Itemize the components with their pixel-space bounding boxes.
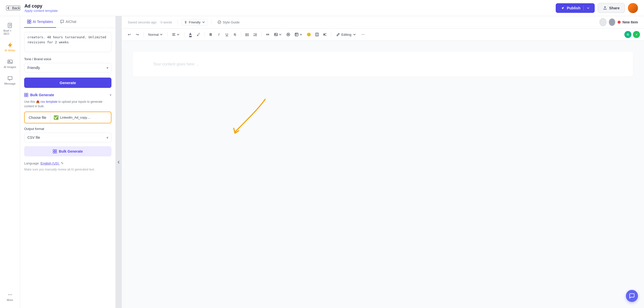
pencil-icon [336, 33, 340, 36]
underline-button[interactable]: U [223, 31, 230, 38]
sidebar-item-ai-images[interactable]: AI Images [2, 56, 19, 71]
csv-template-link[interactable]: 📥 csv template [36, 100, 58, 104]
svg-point-4 [10, 294, 10, 295]
strikethrough-button[interactable]: S [231, 31, 238, 38]
share-button[interactable]: Share [598, 3, 625, 13]
edit-language-icon[interactable]: ✎ [61, 161, 64, 165]
editing-label: Editing [341, 33, 351, 37]
bullet-list-button[interactable] [244, 31, 251, 38]
grammarly-icon-2[interactable]: ✓ [633, 31, 640, 38]
redo-button[interactable]: ↪ [134, 31, 141, 38]
svg-point-5 [11, 294, 12, 295]
svg-rect-10 [24, 93, 26, 95]
sidebar-item-ai-writer[interactable]: AI Writer [2, 40, 19, 54]
avatar[interactable] [628, 3, 638, 13]
bold-button[interactable]: B [207, 31, 214, 38]
link-icon [266, 33, 269, 36]
panel-content: creators. 48 hours turnaround. Unlimited… [20, 28, 115, 308]
microphone-icon: 🎙 [184, 20, 187, 24]
svg-rect-7 [29, 20, 31, 21]
text-color-button[interactable]: A [187, 31, 194, 38]
editor-topbar: Saved seconds ago 0 words 🎙 Friendly [122, 16, 644, 28]
toolbar-divider-2 [167, 32, 168, 37]
columns-icon [315, 33, 319, 36]
undo-button[interactable]: ↩ [126, 31, 133, 38]
svg-rect-9 [29, 22, 31, 23]
back-button[interactable]: Back [6, 6, 20, 11]
tab-ai-templates[interactable]: AI Templates [24, 16, 56, 28]
collaborator-avatar-1 [599, 18, 607, 26]
editor-content-area: Your content goes here ... [122, 41, 644, 308]
sidebar-item-message[interactable]: Message [2, 73, 19, 88]
topbar-divider-2 [211, 20, 212, 25]
chat-support-button[interactable] [626, 290, 638, 302]
style-guide-label: Style Guide [223, 20, 239, 24]
content-textarea[interactable]: creators. 48 hours turnaround. Unlimited… [24, 32, 111, 52]
tab-ai-chat[interactable]: AIChat [57, 16, 79, 28]
svg-rect-17 [55, 152, 57, 153]
collaborator-1-button[interactable] [599, 19, 607, 26]
tone-select[interactable]: Friendly Professional Casual [24, 63, 111, 73]
choose-file-button[interactable]: Choose file [25, 113, 51, 123]
numbered-list-button[interactable] [252, 31, 259, 38]
bulk-generate-button[interactable]: Bulk Generate [24, 146, 111, 156]
highlight-button[interactable]: 🖊 [195, 31, 202, 38]
align-chevron-icon [177, 33, 180, 36]
recording-indicator [618, 21, 621, 24]
more-options-button[interactable]: ⋯ [359, 31, 367, 38]
header-left: Back Ad copy Apply content template [6, 4, 58, 13]
bulk-header[interactable]: Bulk Generate ▾ [24, 93, 111, 97]
scissors-button[interactable] [321, 31, 329, 38]
circle-check-icon [218, 20, 221, 24]
format-dropdown[interactable]: Normal [146, 32, 165, 38]
sidebar-item-label: AI Images [4, 65, 16, 69]
publish-divider [583, 6, 584, 10]
svg-rect-11 [26, 93, 28, 95]
bulk-chevron-icon: ▾ [110, 93, 111, 97]
publish-button[interactable]: Publish [556, 3, 595, 13]
table-button[interactable] [293, 32, 304, 37]
play-button[interactable] [285, 31, 292, 38]
collaborator-avatar-2 [609, 18, 616, 26]
grammarly-icon-1[interactable]: G [624, 31, 631, 38]
columns-button[interactable] [313, 31, 320, 38]
friendly-tone-button[interactable]: 🎙 Friendly [181, 19, 208, 25]
sidebar-item-brief-seo[interactable]: Brief + SEO [2, 20, 19, 38]
output-format-wrapper: CSV file JSON [24, 133, 111, 142]
collaborator-2-button[interactable] [609, 19, 616, 26]
format-label: Normal [148, 33, 159, 37]
link-button[interactable] [264, 31, 271, 38]
svg-rect-16 [53, 152, 55, 153]
sidebar-item-more[interactable]: More [2, 289, 19, 304]
new-item-button[interactable]: New Item [618, 20, 638, 24]
editing-dropdown[interactable]: Editing [334, 32, 358, 38]
generate-button[interactable]: Generate [24, 78, 111, 88]
style-guide-button[interactable]: Style Guide [215, 19, 242, 25]
align-button[interactable] [170, 32, 182, 37]
panel-collapse-button[interactable] [116, 16, 122, 308]
emoji-button[interactable]: 🙂 [305, 31, 312, 38]
numbered-list-icon [254, 33, 257, 36]
topbar-left: Saved seconds ago 0 words 🎙 Friendly [128, 19, 242, 25]
language-link[interactable]: English (US) [41, 161, 60, 165]
left-panel: AI Templates AIChat creators. 48 hours t… [20, 16, 116, 308]
bulk-icon [24, 93, 28, 97]
italic-button[interactable]: I [215, 31, 222, 38]
chat-icon [7, 76, 13, 81]
content-template-link[interactable]: Apply content template [24, 9, 58, 13]
share-icon [603, 6, 607, 10]
output-format-select[interactable]: CSV file JSON [24, 133, 111, 142]
svg-rect-25 [295, 33, 298, 36]
format-chevron-icon [160, 33, 163, 36]
editor-body[interactable]: Your content goes here ... [133, 52, 633, 77]
sidebar-item-label: Message [4, 82, 16, 85]
table-icon [295, 33, 298, 36]
toolbar-divider-5 [241, 32, 241, 37]
new-item-label: New Item [623, 20, 638, 24]
svg-rect-12 [24, 95, 26, 97]
grid-icon [27, 20, 31, 24]
image-button[interactable] [272, 32, 284, 37]
bulk-description: Use this 📥 csv template to upload your i… [24, 99, 111, 109]
image-icon [7, 59, 13, 64]
svg-rect-14 [53, 150, 55, 151]
